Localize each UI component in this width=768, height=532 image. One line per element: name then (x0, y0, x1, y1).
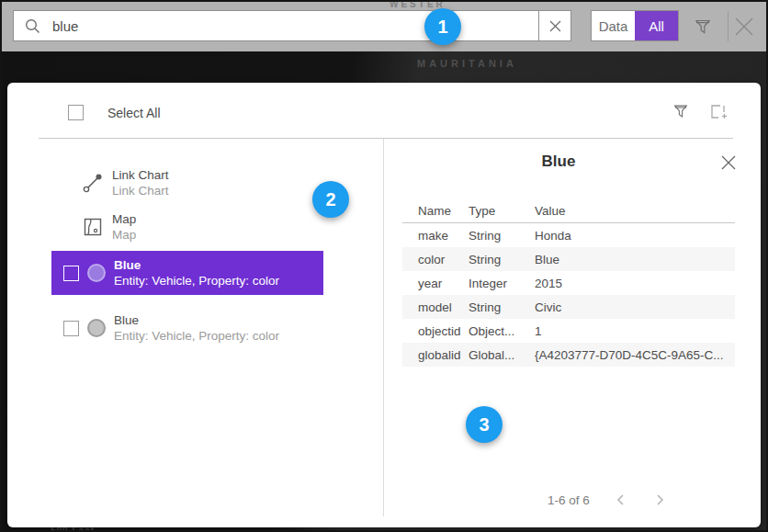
cell-type: Global... (469, 348, 535, 362)
column-header-type: Type (469, 204, 535, 218)
table-row[interactable]: objectid Object... 1 (402, 319, 735, 343)
search-toolbar: WESTER Data All (2, 2, 766, 51)
close-x-icon (733, 16, 755, 38)
list-item-map[interactable]: Map Map (83, 211, 136, 243)
list-item-subtitle: Link Chart (112, 183, 169, 198)
cell-value: Civic (535, 300, 735, 314)
cell-type: String (469, 253, 535, 266)
results-filter-icon[interactable] (672, 103, 689, 119)
search-scope-toggle: Data All (591, 10, 679, 41)
table-row[interactable]: globalid Global... {A4203777-D70D-4C5C-9… (402, 343, 735, 367)
cell-name: model (402, 300, 469, 314)
scope-option-all[interactable]: All (635, 11, 678, 40)
map-ghost-label: WESTER (390, 0, 446, 9)
add-selection-icon[interactable] (709, 103, 728, 121)
callout-3-badge: 3 (466, 406, 503, 443)
table-row[interactable]: make String Honda (402, 223, 735, 247)
page-range-label: 1-6 of 6 (548, 493, 590, 507)
select-all-row: Select All (68, 105, 161, 120)
close-x-icon (720, 154, 737, 171)
filter-icon[interactable] (694, 17, 712, 36)
cell-name: objectid (402, 324, 469, 338)
map-country-label: MAURITANIA (417, 58, 517, 69)
list-item-title: Blue (114, 257, 279, 273)
cell-value: {A4203777-D70D-4C5C-9A65-C... (535, 348, 735, 362)
cell-value: 1 (535, 324, 735, 338)
table-header-row: Name Type Value (402, 198, 735, 222)
cell-value: Honda (535, 229, 735, 243)
cell-name: color (402, 253, 469, 266)
list-item-link-chart[interactable]: Link Chart Link Chart (83, 167, 169, 198)
item-checkbox[interactable] (63, 266, 79, 281)
detail-title: Blue (383, 153, 734, 171)
entity-dot-icon (87, 264, 106, 282)
link-chart-icon (83, 173, 103, 193)
scope-option-data[interactable]: Data (592, 11, 635, 40)
table-row[interactable]: model String Civic (402, 295, 735, 319)
list-detail-divider (383, 139, 384, 516)
pagination: 1-6 of 6 (548, 492, 667, 507)
callout-1-badge: 1 (424, 8, 461, 45)
list-item-subtitle: Entity: Vehicle, Property: color (114, 328, 279, 344)
list-item-subtitle: Entity: Vehicle, Property: color (114, 273, 279, 289)
app-window: MAURITANIA 500 Feet WESTER Data All (0, 0, 768, 532)
page-next-button[interactable] (652, 492, 667, 507)
callout-2-badge: 2 (312, 181, 349, 218)
cell-value: 2015 (535, 277, 735, 290)
column-header-name: Name (402, 204, 469, 218)
cell-type: Object... (469, 324, 535, 338)
panel-header-divider (39, 138, 733, 139)
detail-close-button[interactable] (720, 154, 737, 171)
clear-x-icon (549, 20, 561, 32)
list-item-blue-selected[interactable]: Blue Entity: Vehicle, Property: color (51, 251, 323, 295)
search-clear-button[interactable] (538, 10, 571, 41)
search-input[interactable] (52, 18, 538, 34)
list-item-title: Map (112, 211, 136, 227)
toolbar-divider (728, 11, 728, 41)
list-item-title: Link Chart (112, 167, 169, 183)
cell-type: String (469, 300, 535, 314)
search-icon (25, 18, 40, 34)
cell-type: String (469, 229, 535, 243)
select-all-checkbox[interactable] (68, 105, 84, 120)
column-header-value: Value (535, 204, 735, 218)
search-results-panel: Select All Li (7, 83, 761, 527)
list-item-title: Blue (114, 312, 279, 328)
cell-name: make (402, 229, 469, 243)
entity-dot-icon (87, 319, 106, 337)
attributes-table: Name Type Value make String Honda color … (402, 198, 735, 367)
page-prev-button[interactable] (614, 492, 628, 507)
cell-value: Blue (535, 253, 735, 266)
select-all-label: Select All (107, 106, 161, 120)
cell-name: year (402, 277, 469, 290)
item-checkbox[interactable] (63, 321, 79, 336)
map-icon (83, 217, 103, 237)
cell-type: Integer (469, 277, 535, 290)
table-row[interactable]: year Integer 2015 (402, 271, 735, 295)
list-item-subtitle: Map (112, 227, 136, 243)
cell-name: globalid (402, 348, 469, 362)
list-item-blue[interactable]: Blue Entity: Vehicle, Property: color (63, 306, 330, 350)
search-close-button[interactable] (733, 16, 755, 38)
table-row[interactable]: color String Blue (402, 247, 735, 271)
